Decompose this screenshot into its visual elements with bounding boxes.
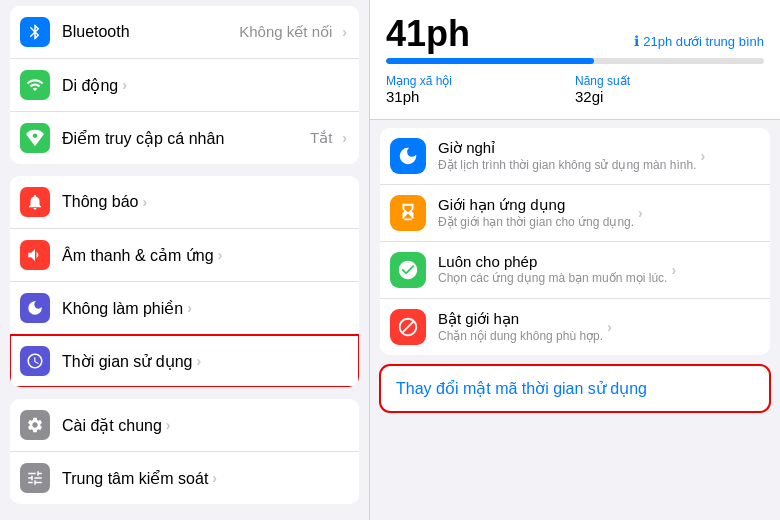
always-allowed-subtitle: Chọn các ứng dụng mà bạn muốn mọi lúc. [438,271,667,287]
social-stat: Mạng xã hội 31ph [386,74,575,105]
focus-chevron: › [187,300,192,316]
right-item-always-allowed[interactable]: Luôn cho phép Chọn các ứng dụng mà bạn m… [380,242,770,299]
right-item-app-limits[interactable]: Giới hạn ứng dụng Đặt giới hạn thời gian… [380,185,770,242]
check-circle-icon [397,259,419,281]
hotspot-icon [26,129,44,147]
always-allowed-icon-wrap [390,252,426,288]
always-allowed-chevron: › [671,262,676,278]
block-icon [397,316,419,338]
bluetooth-label: Bluetooth [62,23,130,41]
content-restrictions-icon-wrap [390,309,426,345]
screentime-chevron: › [197,353,202,369]
mobile-label: Di động [62,76,118,95]
left-panel: Bluetooth Không kết nối › Di động › Điểm… [0,0,370,520]
downtime-subtitle: Đặt lịch trình thời gian không sử dụng m… [438,158,696,174]
screen-time-settings-group: Giờ nghỉ Đặt lịch trình thời gian không … [380,128,770,355]
below-avg-text: 21ph dưới trung bình [643,34,764,49]
right-item-downtime[interactable]: Giờ nghỉ Đặt lịch trình thời gian không … [380,128,770,185]
gear-icon [26,416,44,434]
notifications-label: Thông báo [62,193,139,211]
mobile-icon-wrap [20,70,50,100]
social-value: 31ph [386,88,575,105]
hourglass-icon [397,202,419,224]
moon-icon-wrap [20,293,50,323]
gear-icon-wrap [20,410,50,440]
system-group: Thông báo › Âm thanh & cảm ứng › Không l… [10,176,359,387]
moon-icon [26,299,44,317]
sounds-label: Âm thanh & cảm ứng [62,246,214,265]
settings-item-general[interactable]: Cài đặt chung › [10,399,359,452]
downtime-text: Giờ nghỉ Đặt lịch trình thời gian không … [438,139,696,174]
app-limits-chevron: › [638,205,643,221]
always-allowed-title: Luôn cho phép [438,253,667,270]
app-limits-text: Giới hạn ứng dụng Đặt giới hạn thời gian… [438,196,634,231]
hotspot-icon-wrap [20,123,50,153]
change-passcode-text: Thay đổi mật mã thời gian sử dụng [396,380,647,397]
control-center-chevron: › [212,470,217,486]
hotspot-label: Điểm truy cập cá nhân [62,129,224,148]
bluetooth-chevron: › [342,24,347,40]
downtime-icon [397,145,419,167]
right-panel: 41ph ℹ 21ph dưới trung bình Mạng xã hội … [370,0,780,520]
info-icon: ℹ [634,33,639,49]
stats-row: Mạng xã hội 31ph Năng suất 32gi [386,74,764,105]
settings-item-screentime[interactable]: Thời gian sử dụng › [10,335,359,387]
mobile-chevron: › [122,77,127,93]
productivity-stat: Năng suất 32gi [575,74,764,105]
always-allowed-text: Luôn cho phép Chọn các ứng dụng mà bạn m… [438,253,667,287]
downtime-title: Giờ nghỉ [438,139,696,157]
change-passcode-row[interactable]: Thay đổi mật mã thời gian sử dụng [380,365,770,412]
content-restrictions-text: Bật giới hạn Chặn nội dung không phù hợp… [438,310,603,345]
settings-item-control-center[interactable]: Trung tâm kiểm soát › [10,452,359,504]
connectivity-group: Bluetooth Không kết nối › Di động › Điểm… [10,6,359,164]
bluetooth-value: Không kết nối [239,23,332,41]
bluetooth-icon [26,23,44,41]
total-time: 41ph [386,16,470,52]
downtime-chevron: › [700,148,705,164]
content-restrictions-title: Bật giới hạn [438,310,603,328]
productivity-value: 32gi [575,88,764,105]
settings-item-sounds[interactable]: Âm thanh & cảm ứng › [10,229,359,282]
app-limits-title: Giới hạn ứng dụng [438,196,634,214]
notifications-chevron: › [143,194,148,210]
usage-progress-bar [386,58,764,64]
right-item-content-restrictions[interactable]: Bật giới hạn Chặn nội dung không phù hợp… [380,299,770,355]
screentime-icon [26,352,44,370]
settings-item-mobile[interactable]: Di động › [10,59,359,112]
settings-item-notifications[interactable]: Thông báo › [10,176,359,229]
screen-time-header: 41ph ℹ 21ph dưới trung bình Mạng xã hội … [370,0,780,120]
mobile-icon [26,76,44,94]
app-limits-subtitle: Đặt giới hạn thời gian cho ứng dụng. [438,215,634,231]
sound-icon-wrap [20,240,50,270]
sound-icon [26,246,44,264]
general-chevron: › [166,417,171,433]
notification-icon [26,193,44,211]
below-avg: ℹ 21ph dưới trung bình [634,33,764,49]
settings-group-misc: Cài đặt chung › Trung tâm kiểm soát › [10,399,359,504]
control-center-label: Trung tâm kiểm soát [62,469,208,488]
sliders-icon [26,469,44,487]
settings-item-bluetooth[interactable]: Bluetooth Không kết nối › [10,6,359,59]
screentime-icon-wrap [20,346,50,376]
screentime-label: Thời gian sử dụng [62,352,193,371]
settings-item-hotspot[interactable]: Điểm truy cập cá nhân Tắt › [10,112,359,164]
productivity-label: Năng suất [575,74,764,88]
focus-label: Không làm phiền [62,299,183,318]
hotspot-value: Tắt [310,129,332,147]
notification-icon-wrap [20,187,50,217]
bluetooth-icon-wrap [20,17,50,47]
general-label: Cài đặt chung [62,416,162,435]
hotspot-chevron: › [342,130,347,146]
content-restrictions-subtitle: Chặn nội dung không phù hợp. [438,329,603,345]
sounds-chevron: › [218,247,223,263]
settings-item-focus[interactable]: Không làm phiền › [10,282,359,335]
progress-bar-fill [386,58,594,64]
app-limits-icon-wrap [390,195,426,231]
downtime-icon-wrap [390,138,426,174]
content-restrictions-chevron: › [607,319,612,335]
social-label: Mạng xã hội [386,74,575,88]
sliders-icon-wrap [20,463,50,493]
